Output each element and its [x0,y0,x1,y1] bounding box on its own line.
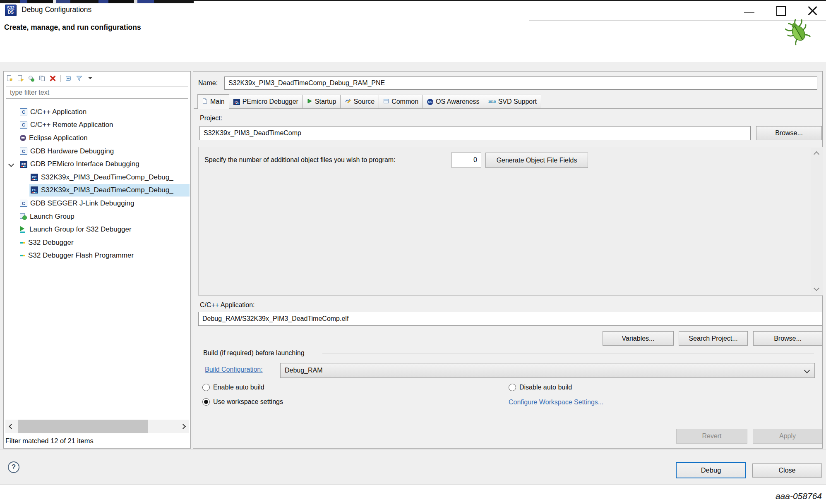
name-input[interactable] [224,76,817,90]
tree-item-label: C/C++ Remote Application [30,121,113,129]
search-project-button[interactable]: Search Project... [679,331,748,346]
scroll-right-icon[interactable] [177,420,189,433]
tree-item-label: S32 Debugger [28,239,74,247]
filter-status-text: Filter matched 12 of 21 items [5,437,94,445]
application-input[interactable] [198,312,822,326]
tab-label: Common [391,98,418,105]
project-browse-button[interactable]: Browse... [756,126,822,140]
tree-item-label: Launch Group [30,213,74,221]
pemicro-icon: PE [20,161,27,168]
tree-item-gdb-segger-jlink[interactable]: CGDB SEGGER J-Link Debugging [5,197,190,210]
configure-workspace-settings-link[interactable]: Configure Workspace Settings... [509,399,603,406]
tree-item-cpp-remote-application[interactable]: CC/C++ Remote Application [5,119,190,132]
build-configuration-value: Debug_RAM [285,367,323,374]
s32ds-app-icon-line2: DS [8,10,14,14]
use-workspace-settings-option: Use workspace settings [202,398,283,406]
revert-button[interactable]: Revert [676,429,747,444]
scroll-up-icon[interactable] [814,151,819,157]
disable-auto-build-radio[interactable] [509,384,516,391]
tab-label: PEmicro Debugger [243,98,298,105]
svd-icon: 1010 [488,100,496,104]
tree-item-s32-flash-programmer[interactable]: S32 Debugger Flash Programmer [5,249,190,263]
tree-item-eclipse-application[interactable]: Eclipse Application [5,131,190,145]
launch-toolbar [6,74,94,83]
new-prototype-icon[interactable] [17,75,24,82]
object-files-label: Specify the number of additional object … [204,156,396,164]
window-title: Debug Configurations [22,5,91,14]
tree-item-s32-debugger[interactable]: S32 Debugger [5,236,190,249]
export-configurations-icon[interactable] [28,75,35,82]
tab-startup[interactable]: Startup [303,95,341,109]
background-window-sliver [0,0,194,3]
variables-button[interactable]: Variables... [603,331,674,346]
s32-debugger-icon [20,255,25,256]
tree-item-gdb-pemicro[interactable]: PEGDB PEMicro Interface Debugging [5,158,190,171]
maximize-icon[interactable] [776,6,786,16]
build-section-label: Build (if required) before launching [203,349,305,357]
radio-label: Disable auto build [519,384,572,391]
page-title: Create, manage, and run configurations [4,23,141,32]
tree-item-label: S32 Debugger Flash Programmer [28,251,134,260]
use-workspace-settings-radio[interactable] [202,398,210,406]
disable-auto-build-option: Disable auto build [509,384,572,391]
toolbar-menu-dropdown-icon[interactable] [86,75,94,82]
tab-os-awareness[interactable]: OS OS Awareness [423,95,484,109]
pemicro-icon: PE [31,174,38,181]
tab-source[interactable]: Source [341,95,379,109]
help-icon[interactable]: ? [8,461,19,473]
tab-common[interactable]: Common [379,95,423,109]
debug-button[interactable]: Debug [676,462,746,478]
collapse-all-icon[interactable] [65,75,72,82]
filter-input[interactable] [6,86,188,99]
application-browse-button[interactable]: Browse... [753,331,822,346]
tree-item-launch-group[interactable]: Launch Group [5,210,190,223]
enable-auto-build-option: Enable auto build [202,384,264,391]
close-button[interactable]: Close [752,463,822,478]
filter-configurations-icon[interactable] [76,75,83,82]
scroll-left-icon[interactable] [5,420,17,433]
toolbar-separator [60,75,61,82]
close-icon[interactable] [806,5,819,17]
tree-item-deadtimecomp-debug-1[interactable]: PES32K39x_PIM3_DeadTimeComp_Debug_ [5,171,190,184]
project-input[interactable] [199,126,751,140]
play-icon [307,98,312,105]
tab-label: OS Awareness [436,98,480,105]
s32-debugger-icon [20,242,25,244]
tree-item-label: C/C++ Application [30,108,86,116]
s32ds-app-icon: S32 DS [5,5,17,16]
tree-item-deadtimecomp-debug-2-selected[interactable]: PES32K39x_PIM3_DeadTimeComp_Debug_ [5,184,190,197]
apply-button[interactable]: Apply [753,429,822,444]
tree-item-label: GDB Hardware Debugging [30,147,114,155]
horizontal-scrollbar[interactable] [5,420,189,433]
new-configuration-icon[interactable] [6,75,13,82]
generate-object-file-fields-button[interactable]: Generate Object File Fields [485,153,588,168]
tree-item-label: S32K39x_PIM3_DeadTimeComp_Debug_ [41,186,173,194]
tree-item-cpp-application[interactable]: CC/C++ Application [5,105,190,119]
build-configuration-link[interactable]: Build Configuration: [205,366,263,373]
tab-label: Source [353,98,375,105]
scrollbar-thumb[interactable] [18,420,148,433]
minimize-icon[interactable] [744,12,754,13]
tree-item-gdb-hardware-debugging[interactable]: CGDB Hardware Debugging [5,145,190,158]
scroll-down-icon[interactable] [814,285,819,291]
delete-icon[interactable] [49,75,56,82]
enable-auto-build-radio[interactable] [202,384,210,391]
vertical-scrollbar[interactable] [811,148,822,294]
tab-pemicro-debugger[interactable]: PE PEmicro Debugger [229,95,303,109]
debug-bug-icon [785,19,810,45]
tree-item-label: Launch Group for S32 Debugger [29,225,132,234]
window-icon [383,98,389,105]
tree-expander-icon[interactable] [8,161,14,167]
tab-main[interactable]: Main [197,94,229,109]
pemicro-icon: PE [31,186,38,193]
tab-label: SVD Support [498,98,537,105]
tab-svd-support[interactable]: 1010 SVD Support [484,95,541,109]
build-configuration-select[interactable]: Debug_RAM [280,363,815,378]
duplicate-icon[interactable] [38,75,46,82]
object-file-count-input[interactable] [451,153,481,167]
tree-item-label: Eclipse Application [29,134,88,142]
configurations-tree: CC/C++ Application CC/C++ Remote Applica… [5,105,190,262]
eclipse-icon [20,135,26,141]
tree-item-launch-group-s32[interactable]: Launch Group for S32 Debugger [5,223,190,236]
c-application-icon: C [20,200,27,207]
